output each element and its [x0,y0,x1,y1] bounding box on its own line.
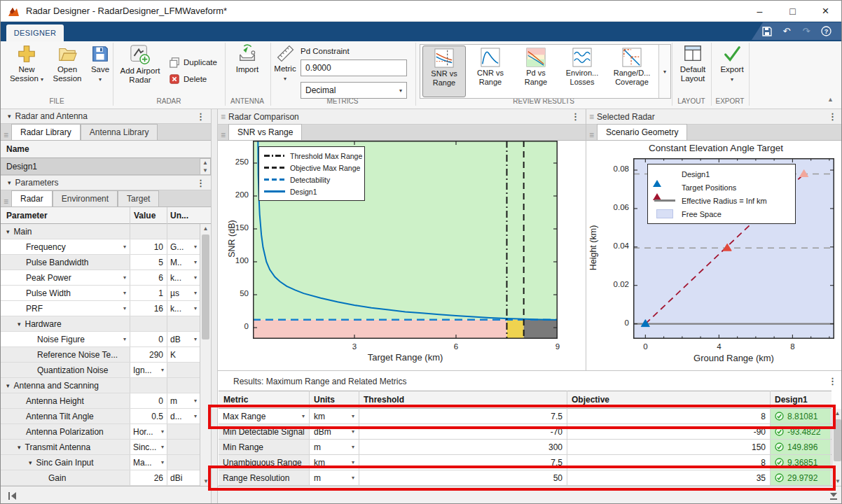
gallery-item-cnr-vs-range[interactable]: CNR vs Range [468,46,513,97]
param-name-cell[interactable]: PRF▾ [1,301,130,316]
panel-grip-icon[interactable]: ≡ [586,112,597,122]
param-row[interactable]: Antenna Height0m▾ [1,393,200,409]
param-value-cell[interactable]: 6 [130,270,167,285]
panel-grip-icon[interactable]: ≡ [1,130,11,140]
param-row[interactable]: Pulse Bandwidth5M..▾ [1,255,200,270]
param-value-cell[interactable]: 1 [130,286,167,300]
radar-antenna-panel-header[interactable]: ▾ Radar and Antenna ⋮ [1,109,211,124]
results-row[interactable]: Min Detectable SignaldBm▾-70-90-93.4822 [219,424,831,440]
units-cell[interactable]: m▾ [310,440,359,454]
param-value-cell[interactable] [130,224,167,239]
results-header[interactable]: Results: Maximum Range and Related Metri… [218,372,842,391]
tab-designer[interactable]: DESIGNER [6,24,64,41]
param-unit-cell[interactable] [167,363,200,377]
param-row[interactable]: ▾Hardware [1,316,200,332]
scroll-to-bottom-icon[interactable] [829,491,838,501]
param-value-cell[interactable]: 290 [130,347,167,362]
param-value-cell[interactable]: Ign...▾ [130,363,167,377]
panel-splitter[interactable] [211,109,218,504]
save-session-button[interactable]: Save▾ [88,44,113,84]
help-icon[interactable]: ? [820,26,831,37]
gallery-item-pd-vs-range[interactable]: Pd vs Range [514,46,558,97]
param-value-cell[interactable]: 0 [130,332,167,346]
spinner-down-icon[interactable]: ▼ [200,167,210,174]
param-value-cell[interactable]: 16 [130,301,167,316]
geometry-plot-area[interactable]: 04800.020.040.060.08 Design1 Target Posi… [633,158,834,339]
param-name-cell[interactable]: Quantization Noise [1,363,130,377]
param-row[interactable]: Noise Figure▾0dB▾ [1,332,200,347]
tab-param-radar[interactable]: Radar [11,190,53,206]
panel-menu-icon[interactable]: ⋮ [565,111,586,122]
param-unit-cell[interactable]: d...▾ [167,409,200,424]
add-airport-radar-button[interactable]: Add Airport Radar [117,44,163,85]
gallery-item-snr-vs-range[interactable]: SNR vs Range [422,46,466,97]
scrollbar-thumb[interactable] [202,234,209,340]
collapse-triangle-icon[interactable]: ▾ [8,113,11,120]
objective-cell[interactable]: 150 [567,440,771,454]
tab-param-environment[interactable]: Environment [53,190,118,206]
scroll-down-icon[interactable]: ▼ [832,477,842,486]
results-row[interactable]: Max Range▾km▾7.588.81081 [219,409,831,424]
param-unit-cell[interactable]: G...▾ [167,239,200,254]
param-unit-cell[interactable] [167,224,200,239]
export-button[interactable]: Export▾ [717,44,747,84]
collapse-ribbon-icon[interactable]: ▲ [827,96,834,103]
param-value-cell[interactable]: 26 [130,470,167,485]
tab-antenna-library[interactable]: Antenna Library [81,124,158,140]
threshold-cell[interactable]: 7.5 [359,455,567,470]
name-row-spinner[interactable]: ▲ ▼ [200,158,211,175]
pd-format-dropdown[interactable]: Decimal ▾ [301,82,407,99]
close-button[interactable]: × [809,1,842,22]
parameters-panel-header[interactable]: ▾ Parameters ⋮ [1,175,211,190]
panel-grip-icon[interactable]: ≡ [218,130,228,140]
param-name-cell[interactable]: Frequency▾ [1,239,130,254]
radar-comparison-header[interactable]: ≡ Radar Comparison ⋮ [218,109,586,125]
metric-cell[interactable]: Max Range▾ [219,409,310,424]
param-row[interactable]: Antenna PolarizationHor...▾ [1,424,200,440]
param-value-cell[interactable]: Sinc...▾ [130,440,167,454]
open-session-button[interactable]: Open Session [47,44,88,83]
param-row[interactable]: Quantization NoiseIgn...▾ [1,363,200,378]
param-name-cell[interactable]: Pulse Bandwidth [1,255,130,270]
undo-icon[interactable]: ↶ [781,26,792,37]
param-name-cell[interactable]: ▾Sinc Gain Input [1,455,130,470]
tab-snr-vs-range[interactable]: SNR vs Range [228,124,302,140]
units-cell[interactable]: km▾ [310,455,359,470]
scroll-up-icon[interactable]: ▲ [200,224,211,233]
panel-menu-icon[interactable]: ⋮ [822,376,842,386]
param-unit-cell[interactable]: m▾ [167,393,200,408]
duplicate-button[interactable]: Duplicate [169,57,217,68]
param-unit-cell[interactable]: dBi [167,470,200,485]
panel-menu-icon[interactable]: ⋮ [191,178,211,188]
param-table-scrollbar[interactable]: ▲ ▼ [200,224,211,486]
param-value-cell[interactable] [130,316,167,331]
param-row[interactable]: Gain26dBi [1,470,200,486]
maximize-button[interactable]: □ [776,1,809,22]
param-unit-cell[interactable]: K [167,347,200,362]
results-row[interactable]: Unambiguous Rangekm▾7.589.36851 [219,455,831,470]
param-name-cell[interactable]: Antenna Polarization [1,424,130,439]
param-unit-cell[interactable]: µs▾ [167,286,200,300]
param-value-cell[interactable] [130,378,167,393]
threshold-cell[interactable]: 300 [359,440,567,454]
spinner-up-icon[interactable]: ▲ [200,159,210,167]
panel-grip-icon[interactable]: ≡ [1,197,11,206]
collapse-triangle-icon[interactable]: ▾ [8,179,11,186]
param-unit-cell[interactable]: M..▾ [167,255,200,270]
objective-cell[interactable]: 35 [567,470,771,485]
gallery-item-range-doppler-coverage[interactable]: Range/D... Coverage [607,46,657,97]
quick-save-icon[interactable] [761,26,773,37]
param-name-cell[interactable]: ▾Main [1,224,130,239]
minimize-button[interactable]: – [743,1,776,22]
radar-row-design1[interactable]: Design1 [1,158,200,175]
param-unit-cell[interactable] [167,455,200,470]
param-unit-cell[interactable] [167,316,200,331]
metric-button[interactable]: Metric▾ [272,44,298,83]
tab-scenario-geometry[interactable]: Scenario Geometry [597,124,687,140]
pd-constraint-input[interactable] [301,59,407,76]
results-row[interactable]: Min Rangem▾300150149.896 [219,440,831,455]
units-cell[interactable]: km▾ [310,409,359,424]
panel-grip-icon[interactable]: ≡ [218,112,228,122]
objective-cell[interactable]: 8 [567,409,771,424]
param-name-cell[interactable]: ▾Antenna and Scanning [1,378,130,393]
